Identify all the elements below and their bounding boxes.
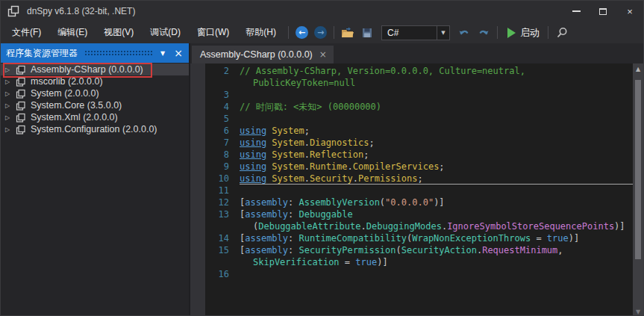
expander-icon[interactable]: ▷ [5,66,15,73]
code-line[interactable]: 4// 时间戳: <未知> (00000000) [205,101,633,113]
tree-item-label: System.Core (3.5.0.0) [31,100,122,111]
toolbar-separator [548,26,548,39]
panel-menu-button[interactable]: ▼ [160,50,165,57]
redo-icon[interactable] [477,26,490,40]
maximize-icon [599,8,607,15]
tree-item-assembly[interactable]: ▷Assembly-CSharp (0.0.0.0) [1,63,189,75]
code-line[interactable]: 10using System.Security.Permissions; [205,173,633,185]
code-line[interactable]: PublicKeyToken=null [205,77,633,89]
code-line[interactable]: 13[assembly: Debuggable [205,208,633,220]
code-text: using System.Runtime.CompilerServices; [229,161,445,173]
line-number: 15 [205,244,229,256]
play-icon [507,28,516,38]
breakpoint-margin[interactable] [190,63,205,316]
window-controls: × [563,1,643,22]
maximize-button[interactable] [590,1,616,22]
menu-item[interactable]: 编辑(E) [49,22,96,43]
menu-item[interactable]: 文件(F) [4,22,49,43]
menu-item[interactable]: 视图(V) [96,22,142,43]
language-select-dropdown-button[interactable]: ▼ [437,26,449,40]
tree-item-assembly[interactable]: ▷System.Core (3.5.0.0) [1,99,189,111]
line-number: 5 [205,113,229,125]
tree-item-assembly[interactable]: ▷System.Configuration (2.0.0.0) [1,123,189,135]
code-text: (DebuggableAttribute.DebuggingModes.Igno… [229,220,625,232]
navigate-forward-button[interactable]: → [314,26,327,39]
code-text: SkipVerification = true)] [229,256,388,268]
code-line[interactable]: 9using System.Runtime.CompilerServices; [205,161,633,173]
dnspy-window: dnSpy v6.1.8 (32-bit, .NET) × 文件(F)编辑(E)… [0,0,644,316]
code-line[interactable]: 7using System.Diagnostics; [205,137,633,149]
tree-item-assembly[interactable]: ▷System.Xml (2.0.0.0) [1,111,189,123]
line-number: 8 [205,149,229,161]
tree-item-label: System (2.0.0.0) [31,88,99,99]
code-line[interactable]: 14[assembly: RuntimeCompatibility(WrapNo… [205,232,633,244]
back-arrow-icon: ← [298,28,305,37]
code-text: PublicKeyToken=null [229,77,355,89]
expander-icon[interactable]: ▷ [5,102,15,109]
menu-item[interactable]: 帮助(H) [237,22,284,43]
tab-assembly-csharp[interactable]: Assembly-CSharp (0.0.0.0) × [192,46,334,63]
code-line[interactable]: 16 [205,268,633,280]
scroll-up-icon[interactable]: ▲ [636,63,640,74]
line-number [205,256,229,268]
code-text: using System; [229,125,310,137]
code-line[interactable]: 2// Assembly-CSharp, Version=0.0.0.0, Cu… [205,65,633,77]
code-line[interactable]: 15[assembly: SecurityPermission(Security… [205,244,633,256]
title-bar[interactable]: dnSpy v6.1.8 (32-bit, .NET) × [1,1,643,22]
panel-close-button[interactable]: × [174,47,183,59]
vertical-scrollbar[interactable]: ▲ ▼ [633,63,643,316]
undo-icon[interactable] [457,26,471,40]
expander-icon[interactable]: ▷ [5,90,15,97]
scroll-down-icon[interactable]: ▼ [636,306,640,316]
code-line[interactable]: 3 [205,89,633,101]
main-area: 程序集资源管理器 ▼ × ▷Assembly-CSharp (0.0.0.0)▷… [1,43,643,316]
close-icon: × [174,47,183,59]
line-number: 10 [205,173,229,185]
line-number: 4 [205,101,229,113]
language-select[interactable]: C# ▼ [381,25,450,40]
save-all-icon[interactable] [360,26,374,40]
tab-label: Assembly-CSharp (0.0.0.0) [200,49,313,60]
code-line[interactable]: 12[assembly: AssemblyVersion("0.0.0.0")] [205,196,633,208]
minimize-icon [572,10,581,12]
code-text [229,268,240,280]
code-line[interactable]: SkipVerification = true)] [205,256,633,268]
tree-item-label: Assembly-CSharp (0.0.0.0) [31,64,143,75]
code-line[interactable]: 6using System; [205,125,633,137]
code-text: [assembly: AssemblyVersion("0.0.0.0")] [229,196,445,208]
line-number: 2 [205,65,229,77]
assembly-icon [16,64,26,75]
expander-icon[interactable]: ▷ [5,114,15,121]
menu-items: 文件(F)编辑(E)视图(V)调试(D)窗口(W)帮助(H) [4,22,284,43]
code-line[interactable]: (DebuggableAttribute.DebuggingModes.Igno… [205,220,633,232]
expander-icon[interactable]: ▷ [5,78,15,85]
expander-icon[interactable]: ▷ [5,126,15,133]
code-line[interactable]: 8using System.Reflection; [205,149,633,161]
toolbar-separator [497,26,498,39]
code-editor[interactable]: 2// Assembly-CSharp, Version=0.0.0.0, Cu… [190,63,643,316]
close-button[interactable]: × [616,1,643,22]
navigate-back-button[interactable]: ← [296,26,308,39]
minimize-button[interactable] [563,1,590,22]
assembly-tree: ▷Assembly-CSharp (0.0.0.0)▷mscorlib (2.0… [1,63,189,135]
start-debug-button[interactable]: 启动 [501,26,544,40]
assembly-explorer-header[interactable]: 程序集资源管理器 ▼ × [1,43,189,63]
code-line[interactable]: 11 [205,185,633,196]
tree-item-assembly[interactable]: ▷System (2.0.0.0) [1,87,189,99]
assembly-icon [16,124,26,134]
tab-close-icon[interactable]: × [319,49,327,60]
tree-item-label: mscorlib (2.0.0.0) [31,76,103,87]
search-icon[interactable] [555,26,569,40]
assembly-icon [16,100,26,111]
code-lines[interactable]: 2// Assembly-CSharp, Version=0.0.0.0, Cu… [205,63,633,316]
line-number: 6 [205,125,229,137]
window-title: dnSpy v6.1.8 (32-bit, .NET) [27,6,135,16]
menu-item[interactable]: 调试(D) [142,22,189,43]
tree-item-label: System.Configuration (2.0.0.0) [31,124,157,134]
scrollbar-thumb[interactable] [635,80,641,259]
menu-item[interactable]: 窗口(W) [189,22,237,43]
tree-item-assembly[interactable]: ▷mscorlib (2.0.0.0) [1,75,189,87]
open-file-icon[interactable] [341,26,354,40]
line-number: 14 [205,232,229,244]
code-line[interactable]: 5 [205,113,633,125]
